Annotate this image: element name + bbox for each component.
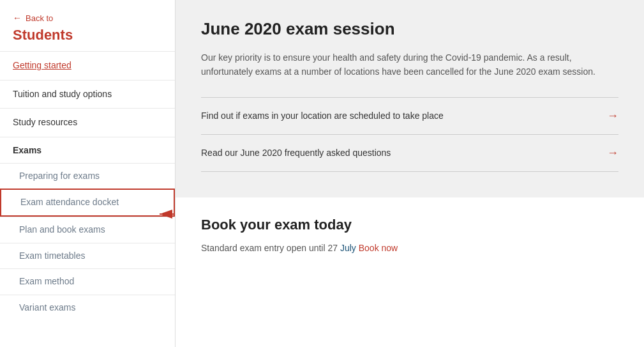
banner-link-faq[interactable]: Read our June 2020 frequently asked ques…	[201, 135, 618, 172]
sidebar-title: Students	[0, 26, 175, 51]
sidebar-item-getting-started[interactable]: Getting started	[0, 51, 175, 80]
banner-link-find-location-arrow: →	[607, 109, 618, 123]
sidebar: ← Back to Students Getting started Tuiti…	[0, 0, 176, 347]
sidebar-item-study-resources[interactable]: Study resources	[0, 108, 175, 137]
banner-link-faq-arrow: →	[607, 146, 618, 160]
main-content: June 2020 exam session Our key priority …	[176, 0, 644, 347]
sidebar-section-exams: Exams	[0, 137, 175, 163]
book-now-link[interactable]: Book now	[359, 243, 398, 253]
sidebar-highlighted-wrapper: Exam attendance docket	[0, 189, 175, 217]
sidebar-item-attendance-docket[interactable]: Exam attendance docket	[0, 189, 175, 217]
book-text-july: July	[340, 243, 356, 253]
book-text: Standard exam entry open until 27 July B…	[201, 241, 618, 255]
back-label: Back to	[26, 13, 53, 23]
book-text-prefix: Standard exam entry open until 27	[201, 243, 338, 253]
sidebar-item-tuition[interactable]: Tuition and study options	[0, 80, 175, 109]
banner-link-find-location-text: Find out if exams in your location are s…	[201, 111, 444, 121]
banner-link-faq-text: Read our June 2020 frequently asked ques…	[201, 148, 391, 158]
book-title: Book your exam today	[201, 217, 618, 233]
banner-description: Our key priority is to ensure your healt…	[201, 50, 597, 79]
sidebar-item-method[interactable]: Exam method	[0, 268, 175, 295]
banner-links: Find out if exams in your location are s…	[201, 97, 618, 172]
banner-section: June 2020 exam session Our key priority …	[176, 0, 644, 197]
banner-link-find-location[interactable]: Find out if exams in your location are s…	[201, 98, 618, 135]
sidebar-item-timetables[interactable]: Exam timetables	[0, 243, 175, 269]
back-arrow-icon: ←	[13, 13, 22, 23]
book-section: Book your exam today Standard exam entry…	[176, 197, 644, 274]
sidebar-item-plan-book[interactable]: Plan and book exams	[0, 217, 175, 243]
banner-title: June 2020 exam session	[201, 19, 618, 39]
back-to-students[interactable]: ← Back to	[0, 6, 175, 26]
sidebar-item-preparing-exams[interactable]: Preparing for exams	[0, 163, 175, 189]
sidebar-item-variant[interactable]: Variant exams	[0, 295, 175, 321]
